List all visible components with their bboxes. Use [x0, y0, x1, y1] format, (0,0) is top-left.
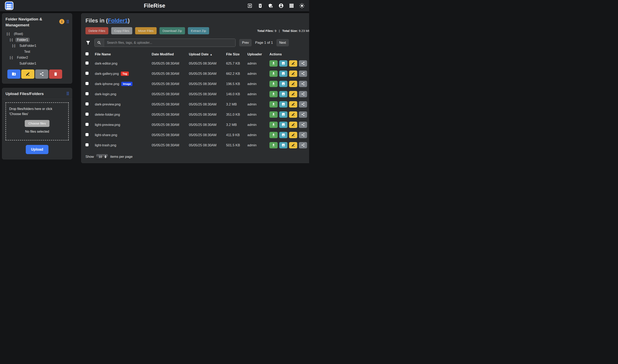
- share-button[interactable]: [299, 132, 307, 138]
- preview-image-button[interactable]: [279, 70, 288, 77]
- download-button[interactable]: [269, 142, 278, 148]
- prev-page-button[interactable]: Prev: [239, 39, 252, 46]
- file-name: delete-folder.png: [95, 113, 120, 117]
- tree-toggle[interactable]: [-]: [10, 56, 15, 59]
- edit-button[interactable]: [289, 81, 297, 87]
- toolbar-button[interactable]: Delete Files: [85, 27, 108, 34]
- row-checkbox[interactable]: [85, 113, 89, 116]
- items-per-page-select[interactable]: 10: [96, 154, 108, 159]
- rename-folder-button[interactable]: [21, 69, 34, 79]
- folder-name[interactable]: Folder2: [15, 55, 30, 60]
- download-button[interactable]: [269, 60, 278, 67]
- row-checkbox[interactable]: [85, 92, 89, 95]
- edit-button[interactable]: [289, 111, 297, 118]
- preview-image-button[interactable]: [279, 60, 288, 67]
- edit-button[interactable]: [289, 60, 297, 67]
- column-header-upload-date[interactable]: Upload Date▲: [189, 52, 226, 56]
- row-checkbox[interactable]: [85, 133, 89, 136]
- tree-toggle[interactable]: [-]: [10, 38, 15, 42]
- folder-tree-item[interactable]: [-] SubFolder1: [4, 43, 70, 49]
- preview-image-button[interactable]: [279, 122, 288, 128]
- folder-name[interactable]: SubFolder1: [18, 61, 38, 66]
- preview-image-button[interactable]: [279, 132, 288, 138]
- download-button[interactable]: [269, 91, 278, 97]
- folder-tree-item[interactable]: Test: [4, 49, 70, 55]
- folder-name[interactable]: (Root): [12, 32, 25, 36]
- column-header-uploader[interactable]: Uploader: [247, 52, 269, 56]
- share-button[interactable]: [299, 81, 307, 87]
- account-circle-icon[interactable]: [278, 3, 284, 8]
- choose-files-button[interactable]: Choose files: [25, 120, 50, 127]
- row-checkbox[interactable]: [85, 72, 89, 75]
- row-checkbox[interactable]: [85, 82, 89, 85]
- next-page-button[interactable]: Next: [276, 39, 289, 46]
- edit-button[interactable]: [289, 122, 297, 128]
- column-header-file-name[interactable]: File Name: [95, 52, 152, 56]
- search-icon[interactable]: [95, 39, 104, 47]
- row-checkbox[interactable]: [85, 123, 89, 126]
- download-button[interactable]: [269, 101, 278, 107]
- app-logo[interactable]: [4, 1, 14, 10]
- file-size: 351.0 KB: [226, 113, 247, 117]
- create-folder-button[interactable]: [7, 69, 20, 79]
- edit-button[interactable]: [289, 142, 297, 148]
- preview-image-button[interactable]: [279, 101, 288, 107]
- share-button[interactable]: [299, 122, 307, 128]
- folder-name[interactable]: SubFolder1: [18, 43, 38, 48]
- download-button[interactable]: [269, 132, 278, 138]
- row-checkbox[interactable]: [85, 143, 89, 146]
- share-button[interactable]: [299, 142, 307, 148]
- file-name: light-trash.png: [95, 143, 116, 147]
- folder-name[interactable]: Folder1: [15, 38, 30, 42]
- folder-name[interactable]: Test: [23, 50, 32, 54]
- toolbar-button[interactable]: Move Files: [135, 27, 157, 34]
- search-input[interactable]: [104, 39, 235, 47]
- download-button[interactable]: [269, 81, 278, 87]
- drag-handle-icon[interactable]: [66, 20, 69, 24]
- folder-tree-item[interactable]: [-] Folder1: [4, 37, 70, 43]
- share-button[interactable]: [299, 101, 307, 107]
- current-folder-link[interactable]: Folder1: [108, 18, 128, 24]
- drag-handle-icon[interactable]: [66, 91, 69, 95]
- folder-tree-item[interactable]: [-] Folder2: [4, 55, 70, 61]
- column-header-date-modified[interactable]: Date Modified: [152, 52, 189, 56]
- edit-button[interactable]: [289, 91, 297, 97]
- row-checkbox[interactable]: [85, 102, 89, 105]
- toolbar-button[interactable]: Copy Files: [111, 27, 132, 34]
- preview-image-button[interactable]: [279, 91, 288, 97]
- exit-to-app-icon[interactable]: [247, 3, 252, 8]
- toolbar-button[interactable]: Download Zip: [159, 27, 185, 34]
- share-button[interactable]: [299, 91, 307, 97]
- edit-button[interactable]: [289, 132, 297, 138]
- download-button[interactable]: [269, 111, 278, 118]
- toolbar-button[interactable]: Extract Zip: [188, 27, 209, 34]
- share-button[interactable]: [299, 60, 307, 67]
- restore-from-trash-icon[interactable]: [258, 3, 263, 8]
- select-all-checkbox[interactable]: [85, 52, 89, 55]
- share-button[interactable]: [299, 111, 307, 118]
- dropzone[interactable]: Drop files/folders here or click 'Choose…: [5, 102, 69, 140]
- preview-image-button[interactable]: [279, 111, 288, 118]
- download-button[interactable]: [269, 122, 278, 128]
- preview-image-button[interactable]: [279, 81, 288, 87]
- tree-toggle[interactable]: [-]: [12, 44, 18, 48]
- folder-tree-item[interactable]: [-] (Root): [4, 31, 70, 37]
- light-mode-icon[interactable]: [299, 3, 305, 8]
- column-header-file-size[interactable]: File Size: [226, 52, 247, 56]
- delete-folder-button[interactable]: [49, 69, 62, 79]
- edit-button[interactable]: [289, 70, 297, 77]
- info-icon[interactable]: [59, 19, 64, 24]
- grid-view-icon[interactable]: [289, 3, 294, 8]
- tree-toggle[interactable]: [-]: [7, 32, 12, 36]
- folder-tree-item[interactable]: SubFolder1: [4, 61, 70, 67]
- share-folder-button[interactable]: [35, 69, 48, 79]
- top-bar: FileRise: [0, 0, 309, 12]
- upload-button[interactable]: Upload: [26, 145, 48, 154]
- share-button[interactable]: [299, 70, 307, 77]
- row-checkbox[interactable]: [85, 62, 89, 65]
- filter-icon[interactable]: [85, 40, 91, 45]
- admin-settings-icon[interactable]: [268, 3, 273, 8]
- preview-image-button[interactable]: [279, 142, 288, 148]
- download-button[interactable]: [269, 70, 278, 77]
- edit-button[interactable]: [289, 101, 297, 107]
